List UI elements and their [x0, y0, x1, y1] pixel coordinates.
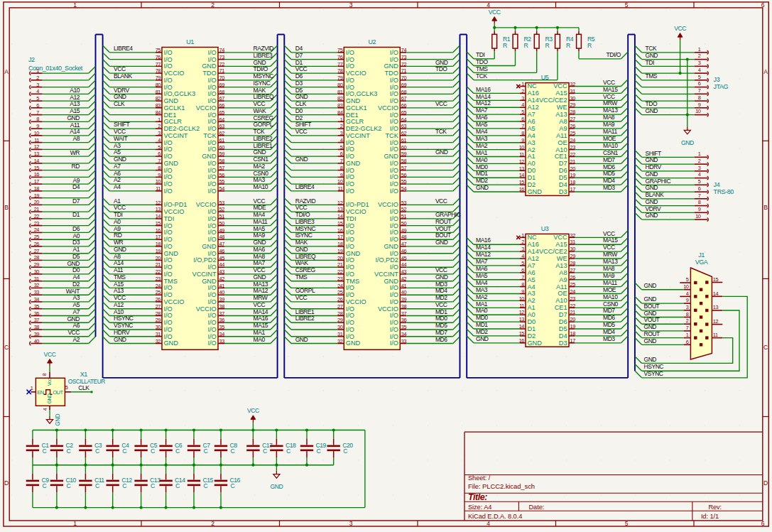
svg-text:MOE: MOE: [603, 286, 616, 293]
svg-text:GND: GND: [644, 337, 657, 344]
svg-text:A9: A9: [114, 225, 121, 232]
svg-text:GND: GND: [646, 52, 658, 59]
svg-text:10: 10: [337, 178, 343, 185]
svg-text:MA16: MA16: [254, 315, 268, 322]
svg-text:I/O: I/O: [346, 236, 354, 243]
svg-text:19: 19: [156, 248, 161, 254]
svg-text:50: 50: [401, 220, 407, 227]
svg-text:I/O,GCLK3: I/O,GCLK3: [164, 90, 195, 97]
svg-text:GCLK1: GCLK1: [164, 104, 185, 112]
svg-text:6: 6: [521, 267, 524, 273]
svg-text:I/O: I/O: [207, 146, 216, 153]
svg-text:76: 76: [337, 54, 343, 60]
svg-text:I/O: I/O: [164, 236, 173, 243]
svg-text:GRAPHIC: GRAPHIC: [435, 211, 461, 218]
svg-text:4: 4: [521, 102, 524, 108]
svg-text:A12: A12: [528, 104, 539, 111]
svg-text:GND: GND: [202, 243, 217, 250]
svg-text:VCC: VCC: [435, 100, 447, 107]
svg-text:MA6: MA6: [476, 265, 488, 272]
svg-text:8: 8: [340, 165, 343, 171]
svg-text:25: 25: [337, 289, 343, 295]
svg-text:TCK: TCK: [254, 128, 265, 135]
svg-text:3: 3: [158, 130, 161, 136]
svg-text:A8: A8: [559, 269, 567, 276]
svg-text:I/O: I/O: [390, 112, 398, 119]
svg-text:GND: GND: [644, 282, 657, 289]
svg-text:A12: A12: [70, 94, 80, 101]
svg-text:TMS: TMS: [295, 273, 308, 281]
svg-text:MA8: MA8: [254, 253, 266, 260]
svg-text:I/O: I/O: [346, 173, 354, 180]
svg-text:I/O: I/O: [164, 49, 173, 56]
svg-text:GND: GND: [114, 336, 126, 343]
svg-text:GND: GND: [435, 239, 448, 246]
svg-text:D: D: [763, 479, 768, 487]
svg-text:VCC: VCC: [295, 65, 308, 72]
svg-text:GND: GND: [646, 212, 658, 219]
svg-text:TMS: TMS: [346, 278, 359, 285]
svg-text:I/O: I/O: [390, 77, 398, 84]
svg-text:49: 49: [219, 227, 225, 234]
svg-text:5: 5: [65, 384, 68, 391]
svg-text:VCC: VCC: [435, 301, 447, 308]
svg-text:I/O: I/O: [390, 284, 398, 291]
svg-text:A13: A13: [555, 111, 567, 118]
svg-text:54: 54: [401, 185, 407, 192]
svg-text:File: PLCC2.kicad_sch: File: PLCC2.kicad_sch: [468, 482, 535, 490]
svg-text:A: A: [763, 68, 768, 75]
svg-text:I/O: I/O: [390, 229, 398, 236]
svg-text:GND: GND: [528, 340, 543, 347]
svg-text:DE2-GCLK2: DE2-GCLK2: [346, 125, 382, 132]
svg-text:I/O: I/O: [164, 291, 173, 298]
svg-text:GND: GND: [164, 340, 179, 347]
svg-text:15: 15: [156, 220, 161, 227]
svg-text:MD5: MD5: [603, 321, 615, 328]
svg-text:I/O: I/O: [390, 298, 398, 305]
svg-text:9: 9: [698, 206, 701, 212]
svg-text:D3: D3: [559, 340, 567, 347]
svg-text:25: 25: [570, 281, 576, 288]
svg-text:TDI: TDI: [346, 215, 357, 222]
svg-text:GND: GND: [254, 59, 266, 66]
svg-text:5: 5: [521, 109, 524, 115]
svg-text:GND: GND: [67, 315, 80, 322]
svg-text:MD3: MD3: [435, 281, 447, 288]
svg-text:GCLR: GCLR: [164, 118, 183, 125]
svg-text:I/O: I/O: [207, 56, 216, 63]
svg-text:11: 11: [713, 332, 718, 338]
svg-text:23: 23: [337, 276, 343, 282]
svg-text:24: 24: [570, 288, 576, 295]
svg-text:I/O: I/O: [390, 56, 398, 63]
svg-text:26: 26: [156, 296, 161, 303]
svg-text:MA11: MA11: [254, 218, 268, 225]
svg-text:A11: A11: [556, 283, 567, 291]
svg-text:BOUT: BOUT: [644, 303, 660, 310]
svg-text:GND: GND: [271, 483, 283, 490]
svg-text:16: 16: [519, 337, 525, 344]
svg-text:ISYNC: ISYNC: [295, 232, 312, 239]
svg-text:GND: GND: [295, 156, 308, 163]
svg-text:73: 73: [219, 54, 225, 60]
svg-text:I/O: I/O: [390, 326, 398, 333]
svg-text:MD3: MD3: [603, 184, 615, 191]
svg-text:10: 10: [683, 283, 689, 290]
svg-text:VCCINT: VCCINT: [192, 271, 217, 278]
svg-text:U3: U3: [541, 225, 549, 232]
svg-text:19: 19: [570, 172, 576, 178]
svg-text:2: 2: [340, 123, 343, 129]
svg-text:A7: A7: [73, 308, 80, 315]
svg-text:VOUT: VOUT: [644, 316, 660, 323]
svg-text:I/O: I/O: [346, 84, 354, 91]
svg-text:3: 3: [349, 520, 353, 527]
svg-text:29: 29: [337, 317, 343, 323]
svg-text:4: 4: [486, 1, 490, 9]
svg-text:74: 74: [219, 47, 225, 53]
svg-text:D2: D2: [72, 281, 80, 288]
svg-text:1: 1: [340, 116, 343, 123]
svg-text:MA0: MA0: [476, 307, 488, 314]
svg-text:I/O: I/O: [207, 298, 216, 305]
svg-text:I/O: I/O: [346, 243, 354, 250]
svg-text:GND: GND: [644, 356, 657, 363]
svg-text:11: 11: [519, 151, 524, 158]
